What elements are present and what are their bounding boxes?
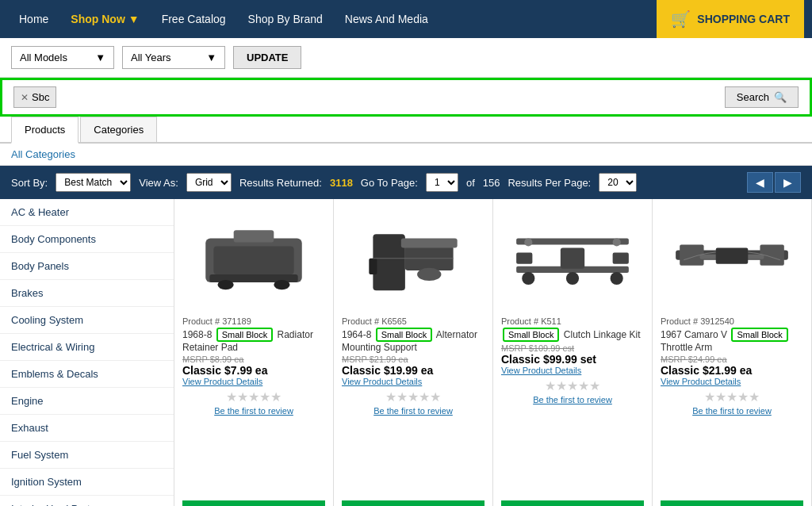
product-card-3: Product # 3912540 1967 Camaro V Small Bl… — [653, 199, 812, 506]
sidebar: AC & Heater Body Components Body Panels … — [0, 199, 174, 506]
product-msrp-1: MSRP $21.99 ea — [342, 355, 485, 364]
product-stars-3: ★★★★★ — [704, 389, 760, 404]
sidebar-item-interior-hard-parts[interactable]: Interior Hard Parts — [0, 496, 174, 506]
svg-point-18 — [566, 272, 579, 285]
svg-point-17 — [522, 272, 534, 285]
review-link-0[interactable]: Be the first to review — [214, 406, 293, 416]
product-badge-2: Small Block — [503, 328, 559, 342]
product-stars-1: ★★★★★ — [385, 389, 441, 404]
cart-icon: 🛒 — [671, 10, 691, 29]
nav-shop-by-brand[interactable]: Shop By Brand — [237, 0, 334, 38]
svg-rect-1 — [213, 247, 293, 274]
view-details-3[interactable]: View Product Details — [661, 377, 803, 386]
total-pages: 156 — [483, 177, 500, 189]
nav-home[interactable]: Home — [8, 0, 59, 38]
svg-point-21 — [613, 239, 621, 247]
product-grid: Product # 371189 1968-8 Small Block Radi… — [174, 199, 812, 506]
svg-point-3 — [217, 280, 233, 289]
sidebar-item-emblems-decals[interactable]: Emblems & Decals — [0, 361, 174, 388]
svg-point-9 — [417, 268, 441, 281]
svg-rect-26 — [716, 248, 749, 264]
nav-free-catalog[interactable]: Free Catalog — [151, 0, 237, 38]
tabs-bar: Products Categories — [0, 117, 812, 144]
main-layout: AC & Heater Body Components Body Panels … — [0, 199, 812, 506]
product-desc-3: 1967 Camaro V Small Block Throttle Arm — [661, 328, 803, 353]
product-badge-3: Small Block — [731, 328, 787, 342]
sidebar-item-cooling-system[interactable]: Cooling System — [0, 307, 174, 334]
goto-page-select[interactable]: 1 — [426, 173, 458, 192]
svg-point-4 — [274, 280, 289, 289]
view-as-select[interactable]: Grid — [186, 173, 232, 192]
sidebar-item-ignition-system[interactable]: Ignition System — [0, 469, 174, 496]
product-info-1: Product # K6565 1964-8 Small Block Alter… — [342, 316, 485, 386]
search-input[interactable] — [56, 87, 724, 108]
sort-select[interactable]: Best Match — [56, 173, 131, 192]
add-to-cart-button-0[interactable]: 🛒 ADD TO CART ▶ — [182, 500, 325, 506]
search-tag: ✕ Sbc — [13, 86, 56, 108]
view-details-2[interactable]: View Product Details — [501, 366, 644, 375]
product-stars-0: ★★★★★ — [226, 389, 282, 404]
sidebar-item-body-panels[interactable]: Body Panels — [0, 253, 174, 280]
search-bar: ✕ Sbc Search 🔍 — [0, 78, 812, 117]
svg-point-20 — [524, 239, 532, 247]
product-price-1: Classic $19.99 ea — [342, 364, 485, 377]
filter-bar: All Models ▼ All Years ▼ UPDATE — [0, 38, 812, 78]
product-badge-0: Small Block — [216, 328, 273, 342]
sidebar-item-brakes[interactable]: Brakes — [0, 280, 174, 307]
year-select[interactable]: All Years ▼ — [122, 46, 225, 69]
product-msrp-3: MSRP $24.99 ea — [661, 355, 803, 364]
product-image-3 — [661, 207, 803, 310]
product-price-0: Classic $7.99 ea — [182, 364, 325, 377]
sidebar-item-fuel-system[interactable]: Fuel System — [0, 442, 174, 469]
review-link-2[interactable]: Be the first to review — [533, 395, 612, 404]
product-info-2: Product # K511 Small Block Clutch Linkag… — [501, 316, 644, 375]
product-number-3: Product # 3912540 — [661, 316, 803, 326]
update-button[interactable]: UPDATE — [233, 46, 301, 69]
svg-rect-6 — [373, 235, 405, 291]
svg-point-19 — [611, 272, 623, 285]
view-details-1[interactable]: View Product Details — [342, 377, 485, 386]
tab-categories[interactable]: Categories — [80, 117, 157, 142]
product-image-0 — [182, 207, 325, 310]
results-count: 3118 — [330, 177, 353, 189]
next-page-button[interactable]: ▶ — [775, 172, 801, 193]
svg-rect-10 — [401, 239, 458, 248]
nav-shop-now[interactable]: Shop Now ▼ — [59, 0, 150, 38]
product-number-2: Product # K511 — [501, 316, 644, 326]
svg-rect-5 — [234, 231, 274, 243]
svg-rect-14 — [516, 253, 532, 264]
product-image-2 — [501, 207, 644, 310]
all-categories-link[interactable]: All Categories — [0, 144, 812, 166]
svg-rect-15 — [561, 248, 584, 269]
top-navigation: Home Shop Now ▼ Free Catalog Shop By Bra… — [0, 0, 812, 38]
sidebar-item-electrical-wiring[interactable]: Electrical & Wiring — [0, 334, 174, 361]
prev-page-button[interactable]: ◀ — [747, 172, 773, 193]
product-desc-0: 1968-8 Small Block Radiator Retainer Pad — [182, 328, 325, 353]
sidebar-item-body-components[interactable]: Body Components — [0, 226, 174, 253]
search-button[interactable]: Search 🔍 — [725, 86, 799, 108]
page-navigation: ◀ ▶ — [747, 172, 801, 193]
view-details-0[interactable]: View Product Details — [182, 377, 325, 386]
product-card-2: Product # K511 Small Block Clutch Linkag… — [493, 199, 653, 506]
product-badge-1: Small Block — [376, 328, 432, 342]
sort-bar: Sort By: Best Match View As: Grid Result… — [0, 166, 812, 199]
review-link-1[interactable]: Be the first to review — [373, 406, 453, 416]
review-link-3[interactable]: Be the first to review — [692, 406, 772, 416]
product-msrp-0: MSRP $8.99 ea — [182, 355, 325, 364]
add-to-cart-button-2[interactable]: 🛒 ADD TO CART ▶ — [501, 500, 644, 506]
sidebar-item-exhaust[interactable]: Exhaust — [0, 415, 174, 442]
shopping-cart-button[interactable]: 🛒 SHOPPING CART — [657, 0, 804, 38]
add-to-cart-button-1[interactable]: 🛒 ADD TO CART ▶ — [342, 500, 485, 506]
per-page-select[interactable]: 20 — [599, 173, 637, 192]
tab-products[interactable]: Products — [11, 117, 79, 144]
product-stars-2: ★★★★★ — [545, 378, 600, 393]
svg-rect-16 — [613, 253, 629, 264]
sidebar-item-engine[interactable]: Engine — [0, 388, 174, 415]
model-select[interactable]: All Models ▼ — [11, 46, 114, 69]
sidebar-item-ac-heater[interactable]: AC & Heater — [0, 199, 174, 226]
nav-news-media[interactable]: News And Media — [334, 0, 439, 38]
product-price-3: Classic $21.99 ea — [661, 364, 803, 377]
remove-search-tag[interactable]: ✕ — [21, 92, 29, 103]
add-to-cart-button-3[interactable]: 🛒 ADD TO CART ▶ — [661, 500, 803, 506]
product-price-2: Classic $99.99 set — [501, 353, 644, 366]
